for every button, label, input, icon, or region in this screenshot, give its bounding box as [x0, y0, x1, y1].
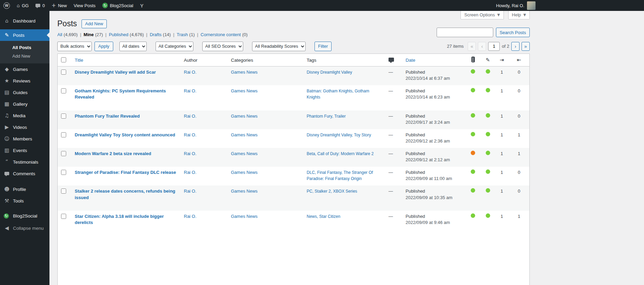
new-content-menu[interactable]: + New: [48, 0, 70, 11]
sidebar-item-events[interactable]: ▥ Events: [0, 145, 49, 156]
row-checkbox[interactable]: [61, 170, 66, 175]
category-link[interactable]: Games News: [231, 114, 258, 119]
apply-button[interactable]: Apply: [94, 42, 113, 51]
row-checkbox[interactable]: [61, 88, 66, 93]
add-new-button[interactable]: Add New: [82, 19, 107, 28]
seo-score-icon[interactable]: [471, 57, 475, 62]
readability-pen-icon[interactable]: ✎: [486, 57, 490, 63]
current-page-input[interactable]: [488, 42, 500, 51]
view-trash-link[interactable]: Trash: [177, 32, 188, 37]
view-drafts-link[interactable]: Drafts: [150, 32, 162, 37]
yoast-menu[interactable]: Y: [137, 0, 147, 11]
collapse-menu-button[interactable]: ◀ Collapse menu: [0, 222, 49, 234]
screen-options-button[interactable]: Screen Options ▼: [460, 11, 503, 19]
row-checkbox[interactable]: [61, 70, 66, 75]
row-checkbox[interactable]: [61, 189, 66, 194]
sidebar-item-comments[interactable]: Comments: [0, 168, 49, 179]
posts-submenu: All Posts Add New: [0, 41, 49, 63]
post-title-link[interactable]: Gotham Knights: PC System Requirements R…: [75, 88, 166, 100]
last-page-button[interactable]: »: [522, 42, 530, 51]
howdy-account-menu[interactable]: Howdy, Rai O.: [494, 0, 538, 11]
sidebar-item-dashboard[interactable]: ⌂ Dashboard: [0, 15, 49, 27]
tags-link[interactable]: PC, Stalker 2, XBOX Series: [307, 189, 357, 194]
post-title-link[interactable]: Star Citizen: Alpha 3.18 will include bi…: [75, 214, 164, 225]
author-link[interactable]: Rai O.: [184, 214, 196, 219]
seo-scores-filter-select[interactable]: All SEO Scores: [202, 42, 243, 51]
tags-link[interactable]: Batman: Gotham Knights, Gotham Knights: [307, 89, 369, 100]
search-posts-button[interactable]: Search Posts: [496, 28, 530, 37]
blog2social-menu[interactable]: ↻ Blog2Social: [99, 0, 137, 11]
submenu-item-all-posts[interactable]: All Posts: [0, 43, 49, 52]
author-link[interactable]: Rai O.: [184, 88, 196, 93]
incoming-links-icon[interactable]: ⇥: [500, 57, 504, 63]
category-link[interactable]: Games News: [231, 88, 258, 93]
row-checkbox[interactable]: [61, 114, 66, 119]
sidebar-item-reviews[interactable]: ★ Reviews: [0, 75, 49, 87]
categories-filter-select[interactable]: All Categories: [156, 42, 193, 51]
comments-menu[interactable]: 0: [32, 0, 48, 11]
post-title-link[interactable]: Stranger of Paradise: Final Fantasy DLC …: [75, 170, 176, 175]
sort-by-date-link[interactable]: Date: [406, 58, 415, 63]
sidebar-item-profile[interactable]: ☻ Profile: [0, 183, 49, 195]
category-link[interactable]: Games News: [231, 151, 258, 156]
tags-link[interactable]: Disney Dreamlight Valley, Toy Story: [307, 133, 371, 137]
outgoing-links-icon[interactable]: ⇤: [517, 57, 521, 63]
site-name-menu[interactable]: ⌂ GG: [13, 0, 32, 11]
post-title-link[interactable]: Stalker 2 release dates concerns, refund…: [75, 189, 175, 200]
tags-link[interactable]: Phantom Fury, Trailer: [307, 114, 346, 119]
post-title-link[interactable]: Phantom Fury Trailer Revealed: [75, 114, 140, 119]
first-page-button[interactable]: «: [468, 42, 476, 51]
post-title-link[interactable]: Dreamlight Valley Toy Story content anno…: [75, 132, 175, 137]
sidebar-item-posts[interactable]: ✎ Posts: [0, 29, 49, 41]
category-link[interactable]: Games News: [231, 132, 258, 137]
sidebar-item-media[interactable]: ♫ Media: [0, 110, 49, 121]
author-link[interactable]: Rai O.: [184, 170, 196, 175]
games-icon: ◆: [4, 67, 10, 72]
category-link[interactable]: Games News: [231, 189, 258, 194]
search-input[interactable]: [437, 28, 493, 37]
submenu-item-add-new[interactable]: Add New: [0, 52, 49, 60]
tags-link[interactable]: News, Star Citizen: [307, 214, 340, 219]
help-button[interactable]: Help ▼: [508, 11, 530, 19]
author-link[interactable]: Rai O.: [184, 114, 196, 119]
author-link[interactable]: Rai O.: [184, 70, 196, 75]
author-link[interactable]: Rai O.: [184, 189, 196, 194]
view-cornerstone-link[interactable]: Cornerstone content: [201, 32, 241, 37]
comments-column-icon[interactable]: [389, 58, 394, 62]
sidebar-item-testimonials[interactable]: “ Testimonials: [0, 156, 49, 168]
sidebar-item-videos[interactable]: ▶ Videos: [0, 121, 49, 133]
previous-page-button[interactable]: ‹: [478, 42, 486, 51]
sidebar-item-tools[interactable]: ⚒ Tools: [0, 195, 49, 207]
category-link[interactable]: Games News: [231, 70, 258, 75]
post-title-link[interactable]: Modern Warfare 2 beta size revealed: [75, 151, 151, 156]
author-link[interactable]: Rai O.: [184, 151, 196, 156]
category-link[interactable]: Games News: [231, 170, 258, 175]
view-all-link[interactable]: All: [57, 32, 62, 37]
sidebar-item-guides[interactable]: ▤ Guides: [0, 87, 49, 98]
sidebar-item-games[interactable]: ◆ Games: [0, 63, 49, 75]
row-checkbox[interactable]: [61, 214, 66, 219]
view-mine-link[interactable]: Mine: [84, 32, 94, 37]
sidebar-item-gallery[interactable]: ▦ Gallery: [0, 98, 49, 110]
select-all-checkbox[interactable]: [61, 57, 66, 62]
category-link[interactable]: Games News: [231, 214, 258, 219]
sort-by-title-link[interactable]: Title: [75, 58, 83, 63]
bulk-actions-select[interactable]: Bulk actions: [57, 42, 92, 51]
dates-filter-select[interactable]: All dates: [119, 42, 147, 51]
wordpress-logo-menu[interactable]: W: [0, 0, 13, 11]
tags-link[interactable]: Beta, Call of Duty: Modern Warfare 2: [307, 151, 374, 156]
readability-filter-select[interactable]: All Readability Scores: [252, 42, 306, 51]
author-link[interactable]: Rai O.: [184, 132, 196, 137]
sidebar-item-members[interactable]: ☺ Members: [0, 133, 49, 145]
sidebar-item-blog2social[interactable]: ↻ Blog2Social: [0, 210, 49, 222]
view-posts-menu[interactable]: View Posts: [70, 0, 99, 11]
row-checkbox[interactable]: [61, 151, 66, 156]
post-title-link[interactable]: Disney Dreamlight Valley will add Scar: [75, 70, 156, 75]
row-checkbox[interactable]: [61, 132, 66, 137]
tags-link[interactable]: Disney Dreamlight Valley: [307, 70, 352, 75]
posts-table-container: Title Author Categories Tags Date ✎ ⇥ ⇤ …: [57, 54, 530, 285]
tags-link[interactable]: DLC, Final Fantasy, The Stranger Of Para…: [307, 170, 373, 181]
view-published-link[interactable]: Published: [109, 32, 128, 37]
filter-button[interactable]: Filter: [314, 42, 332, 51]
next-page-button[interactable]: ›: [511, 42, 519, 51]
